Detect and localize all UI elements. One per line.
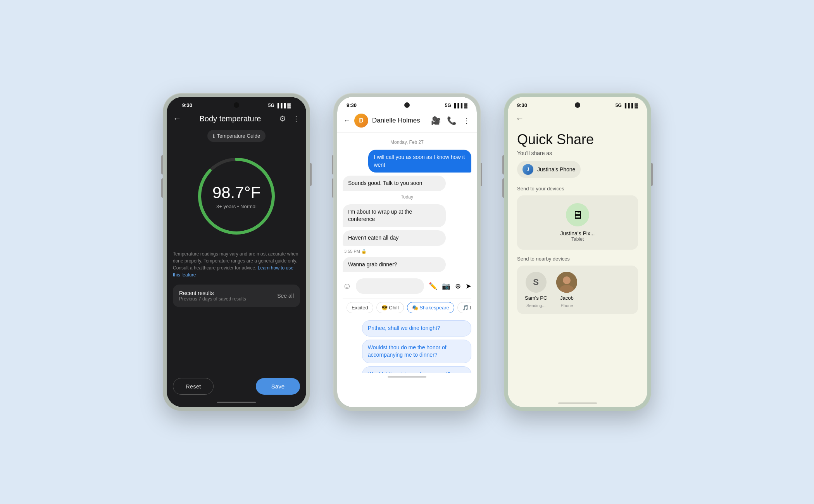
emoji-icon[interactable]: ☺ bbox=[343, 281, 351, 291]
back-button[interactable]: ← bbox=[173, 114, 181, 124]
more-options-icon[interactable]: ⋮ bbox=[292, 114, 300, 123]
volume-down-button-3 bbox=[502, 178, 504, 198]
ai-tabs: Excited 😎 Chill 🎭 Shakespeare 🎵 Lyrical … bbox=[343, 299, 471, 316]
ai-suggestions: Prithee, shall we dine tonight? Wouldst … bbox=[343, 316, 471, 373]
contact-avatar: D bbox=[354, 114, 368, 128]
send-to-devices-label: Send to your devices bbox=[517, 186, 638, 192]
action-buttons: Reset Save bbox=[173, 370, 300, 399]
device-card-1[interactable]: 🖥 Justina's Pix... Tablet bbox=[517, 195, 638, 250]
edit-icon[interactable]: ✏️ bbox=[429, 282, 437, 290]
date-label-2: Today bbox=[343, 194, 471, 200]
temperature-guide-button[interactable]: ℹ Temperature Guide bbox=[207, 130, 266, 142]
phone-call-icon[interactable]: 📞 bbox=[447, 116, 457, 125]
nearby-name-2: Jacob bbox=[560, 295, 574, 301]
home-indicator bbox=[217, 402, 256, 403]
power-button-3 bbox=[651, 163, 653, 186]
more-options-icon-2[interactable]: ⋮ bbox=[463, 116, 471, 125]
nearby-avatar-1: S bbox=[526, 272, 547, 293]
settings-icon[interactable]: ⚙ bbox=[279, 114, 286, 123]
recent-results-card[interactable]: Recent results Previous 7 days of saved … bbox=[173, 285, 300, 307]
time-label-3: 9:30 bbox=[517, 102, 527, 108]
phone-2: 9:30 5G ▐▐▐ ▓ ← D Danielle Holmes 🎥 📞 ⋮ bbox=[333, 93, 481, 411]
save-button[interactable]: Save bbox=[256, 378, 300, 395]
power-button bbox=[310, 163, 312, 186]
add-icon[interactable]: ⊕ bbox=[455, 282, 461, 290]
volume-down-button-2 bbox=[332, 178, 333, 198]
timestamp: 3:55 PM 🔒 bbox=[343, 249, 471, 254]
contact-name: Danielle Holmes bbox=[372, 117, 427, 124]
power-button-2 bbox=[481, 163, 482, 186]
battery-icon: ▓ bbox=[287, 103, 291, 108]
tab-excited[interactable]: Excited bbox=[347, 302, 373, 313]
network-icon-2: 5G bbox=[445, 103, 451, 108]
phone-3: 9:30 5G ▐▐▐ ▓ ← Quick Share You'll share… bbox=[504, 93, 651, 411]
tab-chill[interactable]: 😎 Chill bbox=[376, 302, 404, 313]
device-icon-tablet: 🖥 bbox=[566, 203, 589, 226]
video-call-icon[interactable]: 🎥 bbox=[431, 116, 441, 125]
guide-label: Temperature Guide bbox=[217, 133, 260, 139]
svg-point-3 bbox=[563, 276, 571, 284]
received-message-3: Haven't eaten all day bbox=[343, 230, 446, 246]
recent-sub: Previous 7 days of saved results bbox=[179, 296, 246, 302]
camera-2 bbox=[404, 102, 410, 108]
message-header-icons: 🎥 📞 ⋮ bbox=[431, 116, 471, 125]
recent-label: Recent results bbox=[179, 290, 246, 296]
tab-lyrical[interactable]: 🎵 Lyrical bbox=[457, 302, 471, 313]
date-label-1: Monday, Feb 27 bbox=[343, 140, 471, 145]
status-bar-2: 9:30 5G ▐▐▐ ▓ bbox=[337, 97, 477, 110]
camera bbox=[234, 102, 239, 108]
device-name-1: Justina's Pix... bbox=[560, 230, 595, 236]
ai-suggestion-3[interactable]: Wouldst thou join me for a repast? bbox=[362, 366, 471, 373]
temperature-status: 3+ years • Normal bbox=[212, 204, 260, 209]
volume-down-button bbox=[161, 178, 163, 198]
see-all-button[interactable]: See all bbox=[277, 293, 294, 299]
back-button-2[interactable]: ← bbox=[343, 117, 350, 125]
header-icons: ⚙ ⋮ bbox=[279, 114, 300, 123]
reset-button[interactable]: Reset bbox=[173, 378, 214, 395]
sent-message-1: I will call you as soon as I know how it… bbox=[368, 150, 471, 173]
nearby-device-1[interactable]: S Sam's PC Sending... bbox=[525, 272, 547, 308]
camera-3 bbox=[575, 102, 580, 108]
nearby-device-2[interactable]: Jacob Phone bbox=[556, 272, 577, 308]
nearby-sub-2: Phone bbox=[560, 303, 573, 308]
network-icon-3: 5G bbox=[616, 103, 622, 108]
app-header: ← Body temperature ⚙ ⋮ bbox=[173, 110, 300, 130]
send-to-nearby-label: Send to nearby devices bbox=[517, 256, 638, 262]
back-button-3[interactable]: ← bbox=[516, 114, 524, 124]
nearby-devices: S Sam's PC Sending... Jacob bbox=[517, 266, 638, 314]
chat-area: Monday, Feb 27 I will call you as soon a… bbox=[337, 133, 477, 373]
ai-suggestion-1[interactable]: Prithee, shall we dine tonight? bbox=[362, 320, 471, 337]
camera-icon[interactable]: 📷 bbox=[442, 282, 450, 290]
recent-info: Recent results Previous 7 days of saved … bbox=[179, 290, 246, 302]
share-as-chip: J Justina's Phone bbox=[517, 161, 581, 178]
ai-suggestion-2[interactable]: Wouldst thou do me the honor of accompan… bbox=[362, 340, 471, 363]
signal-icon-3: ▐▐▐ bbox=[623, 103, 633, 108]
gauge-text: 98.7°F 3+ years • Normal bbox=[212, 183, 260, 209]
nearby-avatar-2 bbox=[556, 272, 577, 293]
battery-icon-2: ▓ bbox=[464, 103, 467, 108]
nearby-sub-1: Sending... bbox=[526, 303, 546, 308]
status-icons: 5G ▐▐▐ ▓ bbox=[268, 103, 291, 108]
qs-header: ← bbox=[508, 110, 647, 124]
qs-subtitle: You'll share as bbox=[517, 150, 638, 156]
received-message-4: Wanna grab dinner? bbox=[343, 257, 446, 273]
page-title: Body temperature bbox=[200, 114, 261, 123]
share-name: Justina's Phone bbox=[537, 166, 575, 173]
received-message-1: Sounds good. Talk to you soon bbox=[343, 176, 446, 191]
device-sub-1: Tablet bbox=[571, 236, 584, 242]
input-row: ☺ ✏️ 📷 ⊕ ➤ bbox=[343, 275, 471, 299]
share-avatar: J bbox=[523, 164, 533, 175]
quick-share-title: Quick Share bbox=[517, 131, 638, 148]
status-bar-3: 9:30 5G ▐▐▐ ▓ bbox=[508, 97, 647, 110]
info-icon: ℹ bbox=[213, 133, 215, 139]
disclaimer-text: Temperature readings may vary and are mo… bbox=[173, 250, 300, 278]
tab-shakespeare[interactable]: 🎭 Shakespeare bbox=[407, 302, 454, 313]
network-icon: 5G bbox=[268, 103, 274, 108]
home-indicator-3 bbox=[558, 402, 597, 404]
phone-1: 9:30 5G ▐▐▐ ▓ ← Body temperature ⚙ ⋮ bbox=[163, 93, 310, 411]
signal-icon: ▐▐▐ bbox=[276, 103, 286, 108]
nearby-name-1: Sam's PC bbox=[525, 295, 547, 301]
status-icons-3: 5G ▐▐▐ ▓ bbox=[616, 103, 638, 108]
volume-up-button bbox=[161, 155, 163, 174]
send-icon[interactable]: ➤ bbox=[466, 282, 471, 290]
